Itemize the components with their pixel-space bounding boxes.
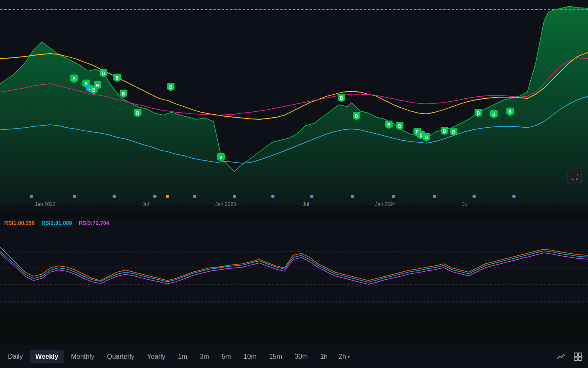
tab-daily[interactable]: Daily: [2, 350, 29, 363]
svg-text:Jan 2024: Jan 2024: [375, 201, 396, 207]
svg-rect-24: [574, 353, 578, 356]
tab-yearly[interactable]: Yearly: [141, 350, 171, 363]
svg-text:Jan 2023: Jan 2023: [215, 201, 236, 207]
svg-point-8: [310, 195, 313, 198]
svg-point-4: [166, 195, 169, 198]
main-chart: Jan 2022 Jul Jan 2023 Jul Jan 2024 Jul B…: [0, 0, 588, 214]
tab-2h-label: 2h: [339, 353, 346, 360]
svg-text:Jul: Jul: [142, 201, 149, 207]
svg-point-1: [73, 195, 76, 198]
tab-2h-dropdown[interactable]: 2h ▾: [334, 350, 354, 363]
tab-30m[interactable]: 30m: [289, 350, 313, 363]
chart-container: Jan 2022 Jul Jan 2023 Jul Jan 2024 Jul B…: [0, 0, 588, 368]
grid-icon: [573, 352, 583, 361]
tab-3m[interactable]: 3m: [194, 350, 215, 363]
svg-point-13: [512, 195, 516, 198]
svg-point-5: [193, 195, 196, 198]
layout-button[interactable]: [570, 349, 586, 365]
svg-text:Jan 2022: Jan 2022: [35, 201, 56, 207]
dropdown-chevron-icon: ▾: [347, 354, 350, 360]
svg-rect-26: [574, 357, 578, 360]
tab-quarterly[interactable]: Quarterly: [101, 350, 140, 363]
svg-rect-25: [578, 353, 582, 356]
tab-weekly[interactable]: Weekly: [30, 350, 64, 363]
chart-type-button[interactable]: [553, 349, 569, 365]
svg-point-2: [113, 195, 116, 198]
svg-point-7: [271, 195, 275, 198]
tab-15m[interactable]: 15m: [263, 350, 288, 363]
rsi-chart-svg: [0, 230, 588, 310]
rsi-panel: RSI1:88.350 RSI2:81.089 RSI3:72.784: [0, 218, 588, 310]
rsi3-label: RSI3:72.784: [79, 220, 109, 226]
line-chart-icon: [557, 352, 566, 361]
svg-point-0: [30, 195, 33, 198]
expand-chart-button[interactable]: ⛶: [567, 170, 582, 184]
toolbar: Daily Weekly Monthly Quarterly Yearly 1m…: [0, 345, 588, 368]
tab-1h[interactable]: 1h: [314, 350, 334, 363]
svg-point-9: [351, 195, 354, 198]
tab-1m[interactable]: 1m: [172, 350, 193, 363]
svg-rect-27: [578, 357, 582, 360]
svg-point-6: [233, 195, 236, 198]
tab-10m[interactable]: 10m: [238, 350, 262, 363]
price-chart-svg: Jan 2022 Jul Jan 2023 Jul Jan 2024 Jul: [0, 0, 588, 214]
svg-point-12: [472, 195, 476, 198]
tab-5m[interactable]: 5m: [216, 350, 237, 363]
rsi2-label: RSI2:81.089: [41, 220, 72, 226]
svg-point-3: [153, 195, 157, 198]
svg-text:Jul: Jul: [303, 201, 309, 207]
rsi-labels-container: RSI1:88.350 RSI2:81.089 RSI3:72.784: [2, 218, 111, 228]
svg-point-11: [433, 195, 436, 198]
svg-text:Jul: Jul: [462, 201, 468, 207]
rsi1-label: RSI1:88.350: [4, 220, 35, 226]
svg-point-10: [392, 195, 395, 198]
tab-monthly[interactable]: Monthly: [65, 350, 100, 363]
